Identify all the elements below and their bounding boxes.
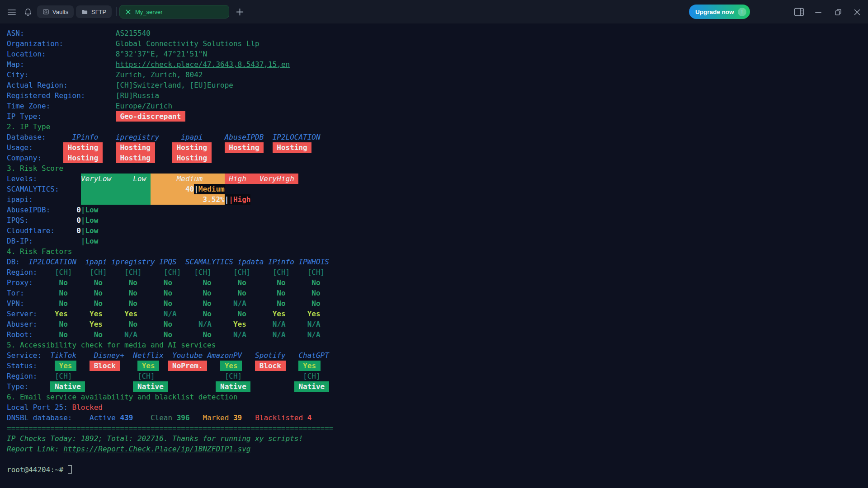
terminal-text: Native [50,381,85,392]
terminal-spacer [212,277,238,288]
terminal-spacer [103,329,124,340]
terminal-text: No [311,288,320,298]
terminal-text: 40 [151,184,194,194]
terminal-text: Actual Region: [7,80,68,90]
tab-my-server[interactable]: My_server [119,5,229,19]
terminal-output[interactable]: ASN: AS215540Organization: Global Connec… [7,28,333,475]
hamburger-menu-icon[interactable] [7,8,16,17]
terminal-spacer [68,80,116,90]
terminal-text: Yes [90,309,103,319]
terminal-line: Region: [CH] [CH] [CH] [CH] [7,371,333,381]
terminal-spacer [286,319,307,329]
terminal-spacer [42,350,50,361]
terminal-text: No [164,277,172,288]
terminal-text: Cloudflare: [7,225,55,236]
terminal-text: Hosting [273,142,312,153]
terminal-text: ========================================… [7,423,333,433]
terminal-text: |Low [81,215,99,225]
terminal-spacer [246,329,273,340]
terminal-text: Location: [7,49,46,59]
terminal-line: Map: https://check.place/47.3643,8.5437,… [7,59,333,70]
terminal-spacer [190,413,203,423]
close-tab-icon[interactable] [125,9,131,15]
report-link[interactable]: https://Report.Check.Place/ip/1BNZFDIP1.… [63,444,250,454]
terminal-text: Yes [90,319,103,329]
terminal-spacer [137,288,164,298]
terminal-text: Proxy: [7,277,33,288]
sidebar-toggle-icon[interactable] [794,8,804,16]
terminal-text: AS215540 [116,28,151,38]
terminal-text: Company: [7,153,42,163]
minimize-window-icon[interactable] [815,9,822,16]
terminal-text: Service: [7,350,42,361]
terminal-line: 3. Risk Score [7,163,333,174]
terminal-text: [CH] [55,371,72,381]
terminal-text: Levels: [7,174,37,184]
vaults-button[interactable]: Vaults [37,5,74,18]
terminal-spacer [59,184,81,194]
terminal-text: No [94,329,103,340]
terminal-spacer [242,371,303,381]
terminal-spacer [286,288,312,298]
terminal-spacer [24,28,116,38]
terminal-spacer [137,319,164,329]
upgrade-now-button[interactable]: Upgrade now ↑ [689,5,750,19]
terminal-text: VPN: [7,298,24,309]
terminal-spacer [264,142,272,153]
notifications-bell-icon[interactable] [24,8,33,17]
terminal-text: VeryLow Low [81,174,151,184]
terminal-line: Cloudflare: 0|Low [7,225,333,236]
terminal-spacer [286,277,312,288]
terminal-spacer [246,298,277,309]
terminal-text: Region: [7,371,37,381]
terminal-line: VPN: No No No No No N/A No No [7,298,333,309]
terminal-spacer [242,413,255,423]
terminal-text: No [238,277,246,288]
new-tab-plus-icon[interactable] [236,8,244,16]
terminal-text: ipapi [85,257,107,267]
terminal-text: Hosting [63,153,103,163]
terminal-spacer [46,49,116,59]
close-window-icon[interactable] [854,9,861,16]
terminal-text: [CH] [233,267,251,277]
terminal-text: No [59,329,68,340]
terminal-text: ipregistry [111,257,155,267]
terminal-text: [CH] [164,267,181,277]
sftp-button[interactable]: SFTP [76,5,112,18]
terminal-spacer [103,277,129,288]
restore-window-icon[interactable] [835,9,842,16]
terminal-text: ipdata [238,257,264,267]
terminal-text: Yes [55,309,68,319]
terminal-spacer [103,298,129,309]
terminal-spacer [37,361,55,371]
terminal-text: Youtube [172,350,203,361]
terminal-spacer [168,381,216,392]
terminal-spacer [120,361,137,371]
terminal-line: AbuseIPDB: 0|Low [7,205,333,215]
terminal-text: Hosting [116,142,155,153]
terminal-spacer [172,288,203,298]
terminal-line: ipapi: 3.52%||High [7,194,333,205]
terminal-text: N/A [273,319,286,329]
terminal-spacer [172,298,203,309]
terminal-spacer [264,132,272,142]
terminal-text: Yes [233,319,246,329]
terminal-text: 3.52% [151,194,225,205]
terminal-text: 8°32'37"E, 47°21'51"N [116,49,207,59]
terminal-text: ipapi [181,132,203,142]
terminal-text: IP2LOCATION [273,132,321,142]
terminal-text: TikTok [50,350,76,361]
terminal-spacer [172,329,203,340]
terminal-text: [CH] [303,371,321,381]
terminal-text: No [129,288,137,298]
terminal-line: Server: Yes Yes Yes N/A No No Yes Yes [7,309,333,319]
map-link[interactable]: https://check.place/47.3643,8.5437,15,en [116,59,290,70]
terminal-text: Abuser: [7,319,37,329]
terminal-text: No [238,309,246,319]
terminal-spacer [137,277,164,288]
terminal-spacer [7,454,11,465]
terminal-line: Usage: Hosting Hosting Hosting Hosting H… [7,142,333,153]
terminal-text: N/A [124,329,137,340]
terminal-text: IP Type: [7,111,42,122]
terminal-text: ASN: [7,28,24,38]
